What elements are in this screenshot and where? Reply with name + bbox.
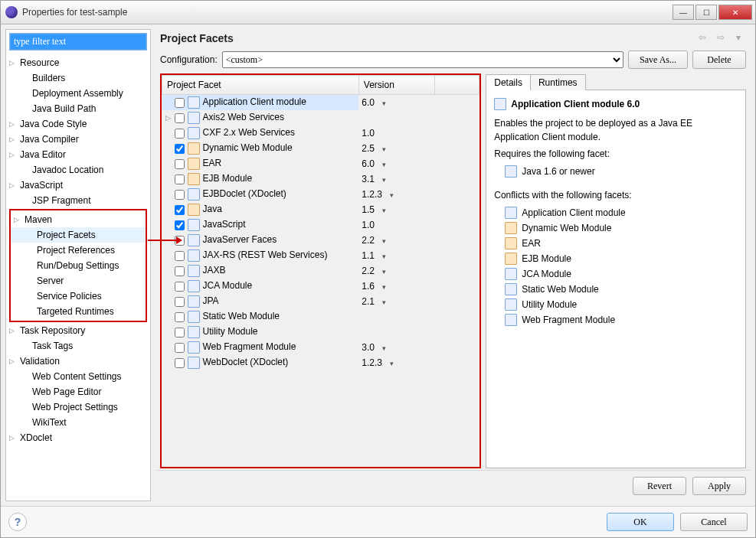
facet-row[interactable]: Utility Module — [162, 324, 479, 340]
facet-checkbox[interactable] — [175, 129, 185, 139]
facet-checkbox[interactable] — [175, 174, 185, 184]
version-dropdown-icon[interactable]: ▾ — [382, 360, 394, 367]
expand-icon[interactable]: ▷ — [9, 59, 17, 67]
expand-icon[interactable]: ▷ — [9, 181, 17, 189]
facet-row[interactable]: EAR6.0▾ — [162, 156, 479, 171]
tree-item[interactable]: Server — [11, 273, 146, 289]
version-dropdown-icon[interactable]: ▾ — [375, 268, 386, 276]
version-dropdown-icon[interactable]: ▾ — [375, 207, 386, 214]
facet-checkbox[interactable] — [175, 220, 185, 230]
tree-item[interactable]: Service Policies — [11, 289, 146, 304]
tree-item[interactable]: Targeted Runtimes — [11, 304, 146, 319]
tree-item[interactable]: ▷Maven — [11, 212, 146, 227]
filter-input[interactable] — [10, 34, 146, 50]
tree-item[interactable]: ▷Java Editor — [6, 147, 150, 162]
tree-item[interactable]: ▷Java Compiler — [6, 132, 150, 147]
version-dropdown-icon[interactable]: ▾ — [382, 191, 394, 199]
nav-menu-icon[interactable]: ▾ — [732, 32, 745, 44]
tree-item[interactable]: Project Facets — [11, 227, 146, 243]
facet-row[interactable]: WebDoclet (XDoclet)1.2.3▾ — [162, 355, 479, 370]
version-dropdown-icon[interactable]: ▾ — [375, 283, 386, 291]
facet-row[interactable]: JavaServer Faces2.2▾ — [162, 233, 479, 248]
facet-row[interactable]: Application Client module6.0▾ — [162, 95, 479, 111]
facet-checkbox[interactable] — [175, 343, 185, 353]
facet-checkbox[interactable] — [175, 358, 185, 368]
tree-item[interactable]: WikiText — [6, 415, 150, 430]
expand-icon[interactable]: ▷ — [9, 135, 17, 143]
column-facet[interactable]: Project Facet — [162, 76, 359, 95]
facet-checkbox[interactable] — [175, 328, 185, 337]
expand-icon[interactable]: ▷ — [9, 327, 17, 334]
facet-checkbox[interactable] — [175, 205, 185, 215]
facet-row[interactable]: Dynamic Web Module2.5▾ — [162, 141, 479, 156]
tree-item[interactable]: Java Build Path — [6, 101, 150, 116]
minimize-button[interactable]: — — [673, 5, 694, 20]
tree-item[interactable]: Project References — [11, 243, 146, 258]
version-dropdown-icon[interactable]: ▾ — [375, 344, 386, 352]
facet-checkbox[interactable] — [175, 113, 185, 123]
tree-item[interactable]: Deployment Assembly — [6, 86, 150, 101]
expand-icon[interactable]: ▷ — [9, 357, 17, 365]
tree-item[interactable]: ▷Java Code Style — [6, 116, 150, 132]
help-button[interactable]: ? — [8, 513, 27, 531]
expand-icon[interactable]: ▷ — [9, 434, 17, 442]
facet-row[interactable]: Java1.5▾ — [162, 202, 479, 217]
expand-icon[interactable]: ▷ — [9, 120, 17, 128]
tree-item[interactable]: Run/Debug Settings — [11, 258, 146, 273]
tree-item[interactable]: Builders — [6, 70, 150, 86]
version-dropdown-icon[interactable]: ▾ — [375, 298, 386, 306]
tree-item[interactable]: ▷Validation — [6, 354, 150, 369]
facet-checkbox[interactable] — [175, 312, 185, 322]
facet-row[interactable]: EJBDoclet (XDoclet)1.2.3▾ — [162, 187, 479, 202]
revert-button[interactable]: Revert — [633, 477, 686, 495]
tab-details[interactable]: Details — [486, 74, 531, 90]
facet-row[interactable]: EJB Module3.1▾ — [162, 171, 479, 187]
tab-runtimes[interactable]: Runtimes — [530, 74, 586, 90]
facet-row[interactable]: JPA2.1▾ — [162, 294, 479, 309]
version-dropdown-icon[interactable]: ▾ — [375, 237, 386, 245]
facet-checkbox[interactable] — [175, 282, 185, 292]
nav-back-icon[interactable]: ⇦ — [696, 32, 709, 44]
tree-item[interactable]: ▷XDoclet — [6, 430, 150, 445]
facet-row[interactable]: JAX-RS (REST Web Services)1.1▾ — [162, 248, 479, 263]
column-version[interactable]: Version — [358, 76, 434, 95]
tree-item[interactable]: ▷Resource — [6, 55, 150, 70]
apply-button[interactable]: Apply — [692, 477, 746, 495]
facet-checkbox[interactable] — [175, 190, 185, 200]
facet-checkbox[interactable] — [175, 159, 185, 169]
nav-forward-icon[interactable]: ⇨ — [715, 32, 727, 44]
tree-item[interactable]: JSP Fragment — [6, 193, 150, 208]
tree-item[interactable]: ▷Task Repository — [6, 323, 150, 338]
tree-item[interactable]: Javadoc Location — [6, 162, 150, 178]
maximize-button[interactable]: ☐ — [695, 5, 717, 20]
version-dropdown-icon[interactable]: ▾ — [375, 145, 386, 153]
facet-checkbox[interactable] — [175, 98, 185, 108]
facet-row[interactable]: JCA Module1.6▾ — [162, 279, 479, 294]
expand-icon[interactable]: ▷ — [14, 216, 21, 223]
version-dropdown-icon[interactable]: ▾ — [375, 99, 386, 107]
facet-row[interactable]: CXF 2.x Web Services1.0 — [162, 126, 479, 141]
tree-item[interactable]: Web Project Settings — [6, 399, 150, 415]
facet-checkbox[interactable] — [175, 297, 185, 307]
ok-button[interactable]: OK — [607, 513, 674, 531]
save-as-button[interactable]: Save As... — [628, 51, 688, 69]
tree-item[interactable]: Web Content Settings — [6, 369, 150, 384]
facet-row[interactable]: JavaScript1.0 — [162, 217, 479, 233]
expand-icon[interactable]: ▷ — [9, 151, 17, 158]
facet-checkbox[interactable] — [175, 266, 185, 276]
facet-row[interactable]: ▷Axis2 Web Services — [162, 110, 479, 126]
version-dropdown-icon[interactable]: ▾ — [375, 176, 386, 184]
version-dropdown-icon[interactable]: ▾ — [375, 253, 386, 260]
expand-icon[interactable]: ▷ — [165, 114, 175, 122]
configuration-select[interactable]: <custom> — [222, 51, 623, 68]
facet-row[interactable]: JAXB2.2▾ — [162, 263, 479, 279]
close-button[interactable]: ✕ — [718, 5, 752, 20]
tree-item[interactable]: Task Tags — [6, 338, 150, 354]
facet-row[interactable]: Static Web Module — [162, 309, 479, 324]
version-dropdown-icon[interactable]: ▾ — [375, 161, 386, 168]
delete-button[interactable]: Delete — [692, 51, 746, 69]
facet-table[interactable]: Project Facet Version Application Client… — [162, 75, 479, 467]
facet-checkbox[interactable] — [175, 251, 185, 261]
tree-item[interactable]: Web Page Editor — [6, 384, 150, 399]
tree-item[interactable]: ▷JavaScript — [6, 178, 150, 193]
